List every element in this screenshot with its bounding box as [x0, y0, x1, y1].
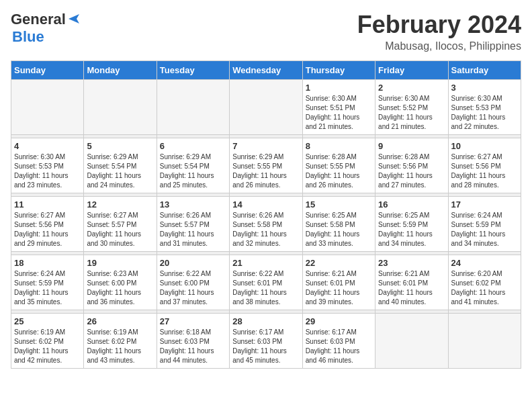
svg-marker-0 [69, 14, 79, 24]
day-number: 22 [306, 258, 372, 268]
day-number: 6 [160, 141, 226, 151]
day-info: Sunrise: 6:20 AM Sunset: 6:02 PM Dayligh… [451, 269, 518, 307]
calendar-cell: 11Sunrise: 6:27 AM Sunset: 5:56 PM Dayli… [11, 197, 84, 252]
calendar-week-row: 25Sunrise: 6:19 AM Sunset: 6:02 PM Dayli… [11, 314, 521, 369]
day-number: 18 [14, 258, 81, 268]
weekday-header: Saturday [448, 61, 521, 80]
day-number: 27 [160, 316, 226, 326]
day-info: Sunrise: 6:22 AM Sunset: 6:01 PM Dayligh… [232, 269, 299, 307]
calendar-cell: 8Sunrise: 6:28 AM Sunset: 5:55 PM Daylig… [302, 138, 375, 193]
day-number: 29 [306, 316, 372, 326]
weekday-header: Wednesday [230, 61, 302, 80]
day-info: Sunrise: 6:27 AM Sunset: 5:57 PM Dayligh… [87, 211, 153, 248]
calendar-cell: 9Sunrise: 6:28 AM Sunset: 5:56 PM Daylig… [375, 138, 448, 193]
day-info: Sunrise: 6:24 AM Sunset: 5:59 PM Dayligh… [14, 269, 81, 307]
day-info: Sunrise: 6:25 AM Sunset: 5:58 PM Dayligh… [306, 211, 372, 248]
weekday-header: Friday [375, 61, 448, 80]
calendar-week-row: 1Sunrise: 6:30 AM Sunset: 5:51 PM Daylig… [11, 80, 521, 135]
calendar-table: SundayMondayTuesdayWednesdayThursdayFrid… [11, 60, 521, 369]
logo-text-general: General [11, 11, 66, 28]
calendar-cell [375, 314, 448, 369]
day-info: Sunrise: 6:17 AM Sunset: 6:03 PM Dayligh… [306, 328, 372, 365]
calendar-cell [84, 80, 157, 135]
day-info: Sunrise: 6:27 AM Sunset: 5:56 PM Dayligh… [451, 152, 518, 190]
weekday-header: Sunday [11, 61, 84, 80]
calendar-cell: 26Sunrise: 6:19 AM Sunset: 6:02 PM Dayli… [84, 314, 157, 369]
logo-text-blue: Blue [12, 28, 44, 45]
day-number: 16 [378, 199, 445, 210]
weekday-header: Monday [84, 61, 157, 80]
day-number: 1 [306, 83, 372, 93]
day-info: Sunrise: 6:29 AM Sunset: 5:55 PM Dayligh… [232, 152, 299, 190]
calendar-cell: 18Sunrise: 6:24 AM Sunset: 5:59 PM Dayli… [11, 255, 84, 310]
day-number: 26 [87, 316, 153, 326]
calendar-cell: 23Sunrise: 6:21 AM Sunset: 6:01 PM Dayli… [375, 255, 448, 310]
title-area: February 2024 Mabusag, Ilocos, Philippin… [357, 11, 521, 52]
calendar-cell: 15Sunrise: 6:25 AM Sunset: 5:58 PM Dayli… [302, 197, 375, 252]
calendar-cell: 6Sunrise: 6:29 AM Sunset: 5:54 PM Daylig… [157, 138, 229, 193]
day-info: Sunrise: 6:30 AM Sunset: 5:51 PM Dayligh… [306, 94, 372, 132]
day-number: 21 [232, 258, 299, 268]
day-number: 7 [232, 141, 299, 151]
day-number: 25 [14, 316, 81, 326]
day-info: Sunrise: 6:19 AM Sunset: 6:02 PM Dayligh… [14, 328, 81, 365]
calendar-cell: 12Sunrise: 6:27 AM Sunset: 5:57 PM Dayli… [84, 197, 157, 252]
calendar-cell: 2Sunrise: 6:30 AM Sunset: 5:52 PM Daylig… [375, 80, 448, 135]
calendar-cell: 25Sunrise: 6:19 AM Sunset: 6:02 PM Dayli… [11, 314, 84, 369]
calendar-cell: 5Sunrise: 6:29 AM Sunset: 5:54 PM Daylig… [84, 138, 157, 193]
day-info: Sunrise: 6:18 AM Sunset: 6:03 PM Dayligh… [160, 328, 226, 365]
day-number: 3 [451, 83, 518, 93]
calendar-cell: 16Sunrise: 6:25 AM Sunset: 5:59 PM Dayli… [375, 197, 448, 252]
calendar-cell [11, 80, 84, 135]
calendar-cell: 3Sunrise: 6:30 AM Sunset: 5:53 PM Daylig… [448, 80, 521, 135]
day-number: 11 [14, 199, 81, 210]
calendar-cell: 27Sunrise: 6:18 AM Sunset: 6:03 PM Dayli… [157, 314, 229, 369]
day-number: 24 [451, 258, 518, 268]
day-number: 4 [14, 141, 81, 151]
day-number: 10 [451, 141, 518, 151]
day-info: Sunrise: 6:29 AM Sunset: 5:54 PM Dayligh… [87, 152, 153, 190]
day-info: Sunrise: 6:30 AM Sunset: 5:53 PM Dayligh… [14, 152, 81, 190]
calendar-cell [157, 80, 229, 135]
calendar-cell: 4Sunrise: 6:30 AM Sunset: 5:53 PM Daylig… [11, 138, 84, 193]
day-number: 19 [87, 258, 153, 268]
day-info: Sunrise: 6:30 AM Sunset: 5:52 PM Dayligh… [378, 94, 445, 132]
day-number: 23 [378, 258, 445, 268]
day-number: 12 [87, 199, 153, 210]
day-number: 13 [160, 199, 226, 210]
day-number: 17 [451, 199, 518, 210]
day-number: 20 [160, 258, 226, 268]
weekday-header: Thursday [302, 61, 375, 80]
calendar-week-row: 11Sunrise: 6:27 AM Sunset: 5:56 PM Dayli… [11, 197, 521, 252]
day-info: Sunrise: 6:29 AM Sunset: 5:54 PM Dayligh… [160, 152, 226, 190]
calendar-cell: 10Sunrise: 6:27 AM Sunset: 5:56 PM Dayli… [448, 138, 521, 193]
calendar-cell: 22Sunrise: 6:21 AM Sunset: 6:01 PM Dayli… [302, 255, 375, 310]
calendar-cell: 1Sunrise: 6:30 AM Sunset: 5:51 PM Daylig… [302, 80, 375, 135]
weekday-header: Tuesday [157, 61, 229, 80]
calendar-cell: 19Sunrise: 6:23 AM Sunset: 6:00 PM Dayli… [84, 255, 157, 310]
day-number: 28 [232, 316, 299, 326]
logo: General Blue [11, 11, 79, 46]
day-info: Sunrise: 6:24 AM Sunset: 5:59 PM Dayligh… [451, 211, 518, 248]
calendar-cell: 21Sunrise: 6:22 AM Sunset: 6:01 PM Dayli… [230, 255, 302, 310]
calendar-cell: 7Sunrise: 6:29 AM Sunset: 5:55 PM Daylig… [230, 138, 302, 193]
day-info: Sunrise: 6:25 AM Sunset: 5:59 PM Dayligh… [378, 211, 445, 248]
calendar-cell: 29Sunrise: 6:17 AM Sunset: 6:03 PM Dayli… [302, 314, 375, 369]
calendar-week-row: 18Sunrise: 6:24 AM Sunset: 5:59 PM Dayli… [11, 255, 521, 310]
day-info: Sunrise: 6:17 AM Sunset: 6:03 PM Dayligh… [232, 328, 299, 365]
day-info: Sunrise: 6:22 AM Sunset: 6:00 PM Dayligh… [160, 269, 226, 307]
day-info: Sunrise: 6:26 AM Sunset: 5:57 PM Dayligh… [160, 211, 226, 248]
day-info: Sunrise: 6:19 AM Sunset: 6:02 PM Dayligh… [87, 328, 153, 365]
day-info: Sunrise: 6:23 AM Sunset: 6:00 PM Dayligh… [87, 269, 153, 307]
day-info: Sunrise: 6:21 AM Sunset: 6:01 PM Dayligh… [306, 269, 372, 307]
day-number: 9 [378, 141, 445, 151]
day-number: 5 [87, 141, 153, 151]
day-number: 2 [378, 83, 445, 93]
location-title: Mabusag, Ilocos, Philippines [357, 40, 521, 52]
page-header: General Blue February 2024 Mabusag, Iloc… [11, 11, 521, 52]
calendar-cell: 20Sunrise: 6:22 AM Sunset: 6:00 PM Dayli… [157, 255, 229, 310]
day-info: Sunrise: 6:27 AM Sunset: 5:56 PM Dayligh… [14, 211, 81, 248]
calendar-cell: 17Sunrise: 6:24 AM Sunset: 5:59 PM Dayli… [448, 197, 521, 252]
calendar-cell [448, 314, 521, 369]
logo-bird-icon [67, 13, 79, 25]
